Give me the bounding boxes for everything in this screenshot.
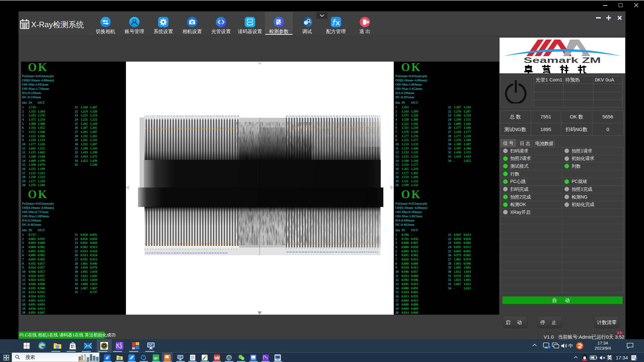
svg-text:34 33 32 31 30 29 28 27 26 25: 34 33 32 31 30 29 28 27 26 25 24 23 22 2…	[286, 115, 380, 117]
svg-text:1 2 3 4 5 6 7 8 9 10 11 12 13: 1 2 3 4 5 6 7 8 9 10 11 12 13 14 15 16 1…	[145, 252, 228, 254]
svg-text:34 33 32 31 30 29 28 27 26 25: 34 33 32 31 30 29 28 27 26 25 24 23 22 2…	[286, 251, 378, 253]
svg-text:1 2 3 4 5 6 7 8 9 10 11 12 13: 1 2 3 4 5 6 7 8 9 10 11 12 13 14 15 16 1…	[144, 243, 236, 245]
svg-text:QC: QC	[154, 356, 158, 360]
svg-text:34 33 32 31 30 29 28 27 26 25: 34 33 32 31 30 29 28 27 26 25 24 23 22 2…	[286, 242, 378, 244]
svg-text:1 2 3 4 5 6 7 8 9 10 11 12 13: 1 2 3 4 5 6 7 8 9 10 11 12 13 14 15 16 1…	[144, 115, 240, 117]
svg-text:34 33 32 31 30 29 28 27 26 25: 34 33 32 31 30 29 28 27 26 25 24 23 22 2…	[286, 127, 378, 128]
svg-text:Seamark ZM: Seamark ZM	[524, 56, 601, 65]
svg-text:1 2 3 4 5 6 7 8 9 10 11 12 13: 1 2 3 4 5 6 7 8 9 10 11 12 13 14 15 16 1…	[145, 127, 237, 129]
